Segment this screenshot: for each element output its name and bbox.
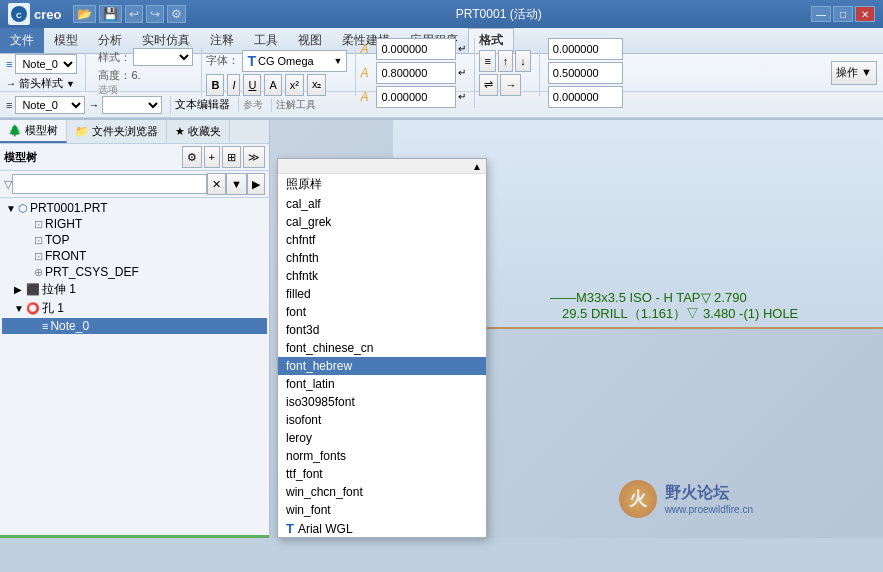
tree-item-front[interactable]: ⊡ FRONT (2, 248, 267, 264)
tree-item-note-label: Note_0 (50, 319, 89, 333)
folder-browser-tab-label: 文件夹浏览器 (92, 124, 158, 139)
toolbar-icon-undo[interactable]: ↩ (125, 5, 143, 23)
maximize-button[interactable]: □ (833, 6, 853, 22)
bold-button[interactable]: B (206, 74, 224, 96)
annotation-line-2: 29.5 DRILL（1.161）▽ 3.480 -(1) HOLE (562, 305, 798, 323)
arrow-style-selector[interactable] (102, 96, 162, 114)
minimize-button[interactable]: — (811, 6, 831, 22)
dropdown-item-filled[interactable]: filled (278, 285, 486, 303)
search-clear-btn[interactable]: ✕ (207, 173, 226, 195)
dropdown-item-win-chcn-font[interactable]: win_chcn_font (278, 483, 486, 501)
csys-icon: ⊕ (34, 266, 43, 279)
indent-btn[interactable]: → (500, 74, 521, 96)
dropdown-item-cal-grek[interactable]: cal_grek (278, 213, 486, 231)
tree-item-csys[interactable]: ⊕ PRT_CSYS_DEF (2, 264, 267, 280)
operations-button[interactable]: 操作 ▼ (831, 61, 877, 85)
dropdown-item-norm-fonts[interactable]: norm_fonts (278, 447, 486, 465)
dropdown-item-win-font[interactable]: win_font (278, 501, 486, 519)
style-selector[interactable] (133, 48, 193, 66)
text-color-button[interactable]: A (264, 74, 281, 96)
toolbar-icon-redo[interactable]: ↪ (146, 5, 164, 23)
text-editor-label: 文本编辑器 (175, 97, 230, 112)
tree-item-top[interactable]: ⊡ TOP (2, 232, 267, 248)
dropdown-item-label-font3d: font3d (286, 323, 319, 337)
right-field-2[interactable] (548, 62, 623, 84)
filter-icon: ▽ (4, 178, 12, 191)
search-dropdown-btn[interactable]: ▼ (226, 173, 247, 195)
dropdown-item-chfnth[interactable]: chfnth (278, 249, 486, 267)
subscript-button[interactable]: x₂ (307, 74, 327, 96)
field-2[interactable] (376, 62, 456, 84)
right-field-3[interactable] (548, 86, 623, 108)
scroll-up-indicator[interactable]: ▲ (472, 161, 482, 172)
dropdown-item-font-hebrew[interactable]: font_hebrew (278, 357, 486, 375)
close-button[interactable]: ✕ (855, 6, 875, 22)
field-3[interactable] (376, 86, 456, 108)
dropdown-item-iso30985font[interactable]: iso30985font (278, 393, 486, 411)
note-selector2[interactable]: Note_0 (15, 96, 85, 114)
tree-item-right[interactable]: ⊡ RIGHT (2, 216, 267, 232)
menu-item-file[interactable]: 文件 (0, 28, 44, 53)
underline-button[interactable]: U (243, 74, 261, 96)
tree-item-extrude[interactable]: ▶ ⬛ 拉伸 1 (2, 280, 267, 299)
dropdown-item-font-chinese-cn[interactable]: font_chinese_cn (278, 339, 486, 357)
italic-button[interactable]: I (227, 74, 240, 96)
ribbon: ≡ Note_0 → 箭头样式 ▼ 样式： 高度：6. (0, 54, 883, 120)
tree-item-hole[interactable]: ▼ ⭕ 孔 1 (2, 299, 267, 318)
dropdown-item-label-win-font: win_font (286, 503, 331, 517)
field-arrow-2[interactable]: ↵ (458, 67, 466, 78)
tab-folder-browser[interactable]: 📁 文件夹浏览器 (67, 120, 167, 143)
dropdown-item-cal-alf[interactable]: cal_alf (278, 195, 486, 213)
left-panel: 🌲 模型树 📁 文件夹浏览器 ★ 收藏夹 模型树 ⚙ + ⊞ ≫ (0, 120, 270, 538)
dropdown-item-label: 照原样 (286, 176, 322, 193)
dropdown-item-arial-wgl[interactable]: T Arial WGL (278, 519, 486, 538)
tree-more-btn[interactable]: ≫ (243, 146, 265, 168)
font-selector-box[interactable]: T CG Omega ▼ (242, 50, 347, 72)
dropdown-item-ttf-font[interactable]: ttf_font (278, 465, 486, 483)
field-1[interactable] (376, 38, 456, 60)
field-arrow-3[interactable]: ↵ (458, 91, 466, 102)
note-icon2: ≡ (6, 99, 12, 111)
tree-add-col-btn[interactable]: + (204, 146, 220, 168)
tree-item-root[interactable]: ▼ ⬡ PRT0001.PRT (2, 200, 267, 216)
dropdown-item-chfntk[interactable]: chfntk (278, 267, 486, 285)
toolbar-icon-extra[interactable]: ⚙ (167, 5, 186, 23)
arrow-style-icon: → (6, 78, 16, 89)
style-label: 样式： (98, 50, 131, 65)
search-go-btn[interactable]: ▶ (247, 173, 265, 195)
field-arrow-1[interactable]: ↵ (458, 43, 466, 54)
tree-expand-btn[interactable]: ⊞ (222, 146, 241, 168)
right-field-1[interactable] (548, 38, 623, 60)
font-dropdown: ▲ 照原样 cal_alf cal_grek chfntf chfnth chf… (277, 158, 487, 538)
svg-text:C: C (16, 11, 22, 20)
app-logo-text: creo (34, 7, 61, 22)
superscript-button[interactable]: x² (285, 74, 304, 96)
dropdown-item-font[interactable]: font (278, 303, 486, 321)
dropdown-item-label-chfntf: chfntf (286, 233, 315, 247)
dropdown-item-zhaoyanyang[interactable]: 照原样 (278, 174, 486, 195)
tab-favorites[interactable]: ★ 收藏夹 (167, 120, 230, 143)
note-selector[interactable]: Note_0 (15, 54, 77, 74)
tree-search-input[interactable] (12, 174, 207, 194)
arrow-style-icon2: → (88, 99, 99, 111)
align-right-btn[interactable]: ↓ (515, 50, 531, 72)
dropdown-item-label-chfnth: chfnth (286, 251, 319, 265)
tree-item-note[interactable]: ≡ Note_0 (2, 318, 267, 334)
spacing-btn[interactable]: ⇌ (479, 74, 498, 96)
folder-icon: 📁 (75, 125, 89, 138)
align-center-btn[interactable]: ↑ (498, 50, 514, 72)
tab-model-tree[interactable]: 🌲 模型树 (0, 120, 67, 143)
dropdown-item-font3d[interactable]: font3d (278, 321, 486, 339)
hole-icon: ⭕ (26, 302, 40, 315)
toolbar-icon-open[interactable]: 📂 (73, 5, 96, 23)
dropdown-item-leroy[interactable]: leroy (278, 429, 486, 447)
toolbar-icon-save[interactable]: 💾 (99, 5, 122, 23)
font-dropdown-arrow[interactable]: ▼ (334, 56, 343, 66)
tree-settings-btn[interactable]: ⚙ (182, 146, 202, 168)
dropdown-item-isofont[interactable]: isofont (278, 411, 486, 429)
dropdown-item-font-latin[interactable]: font_latin (278, 375, 486, 393)
menu-item-model[interactable]: 模型 (44, 28, 88, 53)
dropdown-item-chfntf[interactable]: chfntf (278, 231, 486, 249)
arrow-style-btn[interactable]: 箭头样式 (19, 76, 63, 91)
align-left-btn[interactable]: ≡ (479, 50, 495, 72)
